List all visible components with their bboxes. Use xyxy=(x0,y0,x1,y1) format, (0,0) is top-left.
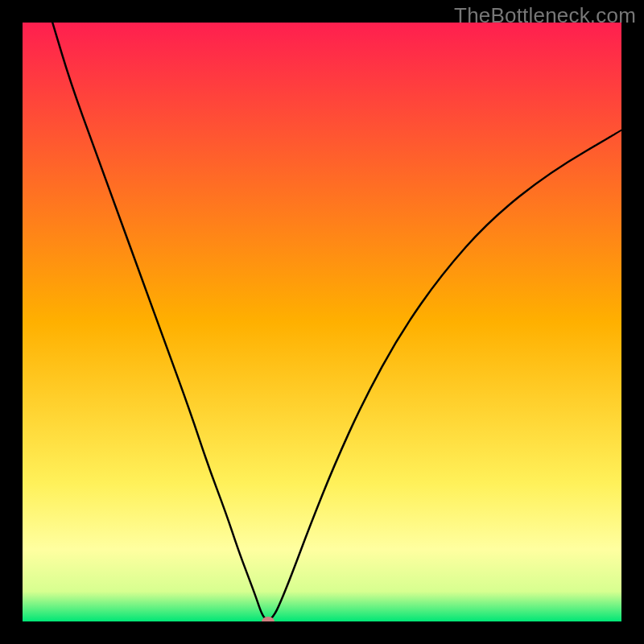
watermark-text: TheBottleneck.com xyxy=(454,3,636,28)
gradient-background xyxy=(23,23,621,621)
bottleneck-chart xyxy=(0,0,644,644)
chart-container: TheBottleneck.com xyxy=(0,0,644,644)
